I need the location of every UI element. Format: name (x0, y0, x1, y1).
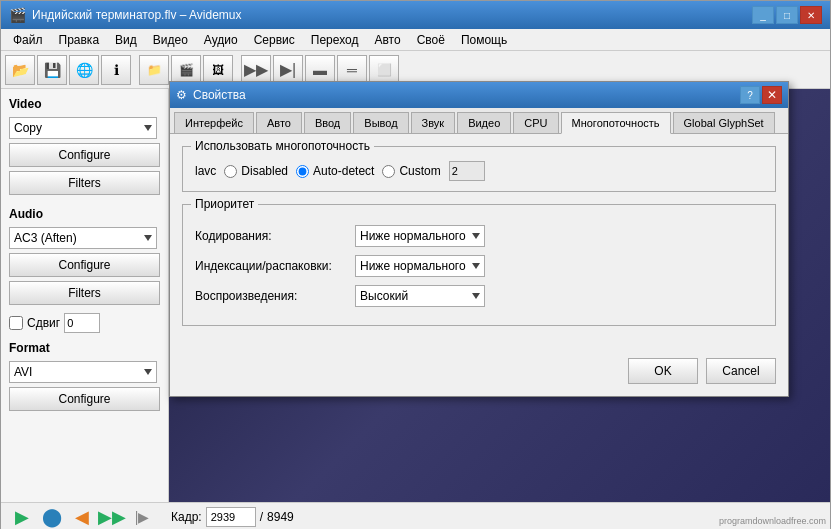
tab-video[interactable]: Видео (457, 112, 511, 133)
autodetect-label: Auto-detect (313, 164, 374, 178)
main-window: 🎬 Индийский терминатор.flv – Avidemux _ … (0, 0, 831, 529)
custom-value-input[interactable] (449, 161, 485, 181)
dialog-buttons: OK Cancel (170, 350, 788, 396)
lavc-label: lavc (195, 164, 216, 178)
disabled-radio-group: Disabled (224, 164, 288, 178)
playback-label: Воспроизведения: (195, 289, 355, 303)
disabled-radio[interactable] (224, 165, 237, 178)
ok-button[interactable]: OK (628, 358, 698, 384)
indexing-priority-row: Индексации/распаковки: Ниже нормального … (195, 255, 763, 277)
dialog-icon: ⚙ (176, 88, 187, 102)
priority-section: Приоритет Кодирования: Ниже нормального … (182, 204, 776, 326)
tab-sound[interactable]: Звук (411, 112, 456, 133)
dialog-help-button[interactable]: ? (740, 86, 760, 104)
playback-priority-row: Воспроизведения: Высокий Нормальный Ниже… (195, 285, 763, 307)
multithreading-row: lavc Disabled Auto-detect Custom (195, 161, 763, 181)
dialog-close-button[interactable]: ✕ (762, 86, 782, 104)
encoding-label: Кодирования: (195, 229, 355, 243)
dialog-title: Свойства (193, 88, 740, 102)
playback-priority-select[interactable]: Высокий Нормальный Ниже нормального (355, 285, 485, 307)
tab-input[interactable]: Ввод (304, 112, 351, 133)
tab-multithreading[interactable]: Многопоточность (561, 112, 671, 134)
indexing-label: Индексации/распаковки: (195, 259, 355, 273)
encoding-priority-select[interactable]: Ниже нормального Нормальный Низкий (355, 225, 485, 247)
dialog-title-bar: ⚙ Свойства ? ✕ (170, 82, 788, 108)
multithreading-title: Использовать многопоточность (191, 139, 374, 153)
priority-title: Приоритет (191, 197, 258, 211)
disabled-label: Disabled (241, 164, 288, 178)
autodetect-radio-group: Auto-detect (296, 164, 374, 178)
dialog-overlay: ⚙ Свойства ? ✕ Интерфейс Авто Ввод Вывод… (1, 1, 830, 528)
dialog-content: Использовать многопоточность lavc Disabl… (170, 134, 788, 350)
multithreading-section: Использовать многопоточность lavc Disabl… (182, 146, 776, 192)
tab-glyphset[interactable]: Global GlyphSet (673, 112, 775, 133)
indexing-priority-select[interactable]: Ниже нормального Нормальный Низкий (355, 255, 485, 277)
tab-output[interactable]: Вывод (353, 112, 408, 133)
cancel-button[interactable]: Cancel (706, 358, 776, 384)
autodetect-radio[interactable] (296, 165, 309, 178)
tab-bar: Интерфейс Авто Ввод Вывод Звук Видео CPU… (170, 108, 788, 134)
custom-radio[interactable] (382, 165, 395, 178)
tab-interface[interactable]: Интерфейс (174, 112, 254, 133)
encoding-priority-row: Кодирования: Ниже нормального Нормальный… (195, 225, 763, 247)
custom-radio-group: Custom (382, 164, 440, 178)
tab-cpu[interactable]: CPU (513, 112, 558, 133)
properties-dialog: ⚙ Свойства ? ✕ Интерфейс Авто Ввод Вывод… (169, 81, 789, 397)
tab-auto[interactable]: Авто (256, 112, 302, 133)
custom-label: Custom (399, 164, 440, 178)
